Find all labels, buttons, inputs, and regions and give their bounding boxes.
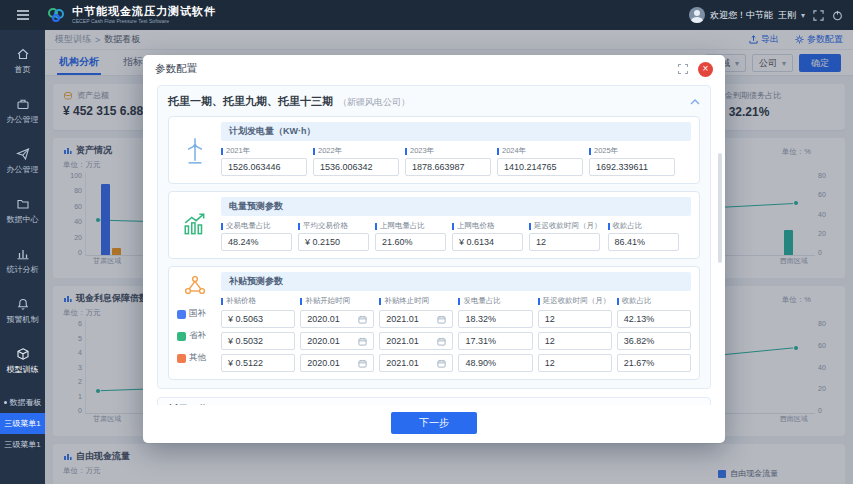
briefcase-icon xyxy=(16,97,30,111)
sidebar-item-office-2[interactable]: 办公管理 xyxy=(0,136,45,186)
date-field[interactable]: 2020.01 xyxy=(300,310,374,328)
field-label: 2024年 xyxy=(497,146,583,156)
date-field[interactable]: 2021.01 xyxy=(379,354,453,372)
field-value[interactable]: 12 xyxy=(538,354,612,372)
field-label: 平均交易价格 xyxy=(298,221,369,231)
sidebar-item-home[interactable]: 首页 xyxy=(0,36,45,86)
sub-panel-title: 计划发电量（KW·h） xyxy=(221,122,691,141)
folder-icon xyxy=(16,197,30,211)
sidebar-subitem-menu1[interactable]: 三级菜单1 xyxy=(0,434,45,455)
sidebar-item-alert[interactable]: 预警机制 xyxy=(0,286,45,336)
power-icon[interactable] xyxy=(832,10,843,21)
column-header: 补贴开始时间 xyxy=(300,296,374,306)
field-value[interactable]: 12 xyxy=(529,233,600,251)
field-value[interactable]: ¥ 0.2150 xyxy=(298,233,369,251)
fullscreen-icon[interactable] xyxy=(813,10,824,21)
power-forecast-panel: 电量预测参数 交易电量占比 48.24% 平均交易价格 ¥ 0.2150 上网电… xyxy=(168,191,700,259)
date-field[interactable]: 2021.01 xyxy=(379,310,453,328)
user-menu[interactable]: 欢迎您！中节能 王刚 ▾ xyxy=(689,7,805,23)
app-header: 中节能现金流压力测试软件 CECEP Cash Flow Pressure Te… xyxy=(0,0,853,30)
modal-scrollbar[interactable] xyxy=(718,153,722,263)
column-header: 补贴终止时间 xyxy=(379,296,453,306)
field-value[interactable]: 48.24% xyxy=(221,233,292,251)
other-subsidy-icon xyxy=(177,354,186,363)
field-value[interactable]: 1536.006342 xyxy=(313,158,399,176)
app-logo-icon xyxy=(47,6,65,24)
next-step-button[interactable]: 下一步 xyxy=(391,412,477,434)
field-value[interactable]: 36.82% xyxy=(617,332,691,350)
table-row: ¥ 0.5122 2020.01 2021.01 48.90% 12 21.67… xyxy=(221,354,691,372)
field-value[interactable]: 1526.063446 xyxy=(221,158,307,176)
sidebar: 首页 办公管理 办公管理 数据中心 统计分析 预警机制 模型训练 数据看板 三级… xyxy=(0,30,45,484)
bar-chart-icon xyxy=(16,247,30,261)
field-label: 收款占比 xyxy=(608,221,679,231)
app-title: 中节能现金流压力测试软件 xyxy=(72,5,216,18)
calendar-icon xyxy=(358,337,367,346)
chevron-up-icon[interactable] xyxy=(690,99,700,105)
section-tuoli-2[interactable]: 托里二期 （新疆风电公司） xyxy=(157,397,711,405)
section-subtitle: （新疆风电公司） xyxy=(215,404,287,406)
field-value[interactable]: ¥ 0.5063 xyxy=(221,310,295,328)
sidebar-subitem-label: 三级菜单1 xyxy=(4,439,40,450)
app-subtitle: CECEP Cash Flow Pressure Test Software xyxy=(72,18,194,24)
column-header: 发电量占比 xyxy=(458,296,532,306)
field-value[interactable]: 12 xyxy=(538,332,612,350)
menu-toggle-icon[interactable] xyxy=(0,0,45,30)
sidebar-item-model-training[interactable]: 模型训练 xyxy=(0,336,45,386)
field-value[interactable]: ¥ 0.5032 xyxy=(221,332,295,350)
sidebar-subitem-menu1-active[interactable]: 三级菜单1 xyxy=(0,413,45,434)
field-value[interactable]: 12 xyxy=(538,310,612,328)
sidebar-item-label: 办公管理 xyxy=(7,114,39,125)
national-subsidy-icon xyxy=(177,310,186,319)
table-row: ¥ 0.5063 2020.01 2021.01 18.32% 12 42.13… xyxy=(221,310,691,328)
field-label: 2022年 xyxy=(313,146,399,156)
sidebar-subitem-dashboard[interactable]: 数据看板 xyxy=(0,392,45,413)
column-header: 延迟收款时间（月） xyxy=(538,296,612,306)
section-title: 托里二期 xyxy=(168,403,210,405)
share-network-icon xyxy=(183,273,207,297)
subsidy-row-label-other: 其他 xyxy=(169,347,206,369)
field-value[interactable]: ¥ 0.5122 xyxy=(221,354,295,372)
field-value[interactable]: 42.13% xyxy=(617,310,691,328)
field-value[interactable]: 21.60% xyxy=(375,233,446,251)
modal-header: 参数配置 × xyxy=(143,55,725,83)
field-value[interactable]: ¥ 0.6134 xyxy=(452,233,523,251)
welcome-text: 欢迎您！中节能 xyxy=(710,9,773,22)
table-row: ¥ 0.5032 2020.01 2021.01 17.31% 12 36.82… xyxy=(221,332,691,350)
sidebar-item-label: 数据中心 xyxy=(7,214,39,225)
field-value[interactable]: 21.67% xyxy=(617,354,691,372)
section-subtitle: （新疆风电公司） xyxy=(338,96,410,109)
field-label: 延迟收款时间（月） xyxy=(529,221,602,231)
field-value[interactable]: 1410.214765 xyxy=(497,158,583,176)
fullscreen-icon[interactable] xyxy=(677,63,689,75)
subsidy-forecast-panel: 国补 省补 其他 补贴预测参数 补贴价格 补贴开始时间 xyxy=(168,266,700,380)
date-field[interactable]: 2020.01 xyxy=(300,354,374,372)
field-value[interactable]: 48.90% xyxy=(458,354,532,372)
subsidy-row-label-provincial: 省补 xyxy=(169,325,206,347)
sidebar-item-label: 首页 xyxy=(15,64,31,75)
avatar xyxy=(689,7,705,23)
chevron-down-icon: ▾ xyxy=(801,11,805,20)
sidebar-item-office-1[interactable]: 办公管理 xyxy=(0,86,45,136)
bell-icon xyxy=(16,297,30,311)
field-value[interactable]: 17.31% xyxy=(458,332,532,350)
calendar-icon xyxy=(358,315,367,324)
sub-panel-title: 补贴预测参数 xyxy=(221,272,691,291)
field-value[interactable]: 1692.339611 xyxy=(589,158,675,176)
field-value[interactable]: 86.41% xyxy=(608,233,679,251)
sidebar-item-label: 统计分析 xyxy=(7,264,39,275)
subsidy-column-headers: 补贴价格 补贴开始时间 补贴终止时间 发电量占比 延迟收款时间（月） 收款占比 xyxy=(221,296,691,306)
section-header[interactable]: 托里一期、托里九期、托里十三期 （新疆风电公司） xyxy=(168,94,700,109)
close-button[interactable]: × xyxy=(698,62,713,77)
calendar-icon xyxy=(437,337,446,346)
date-field[interactable]: 2020.01 xyxy=(300,332,374,350)
sidebar-item-statistics[interactable]: 统计分析 xyxy=(0,236,45,286)
subsidy-row-label-national: 国补 xyxy=(169,303,206,325)
param-config-modal: 参数配置 × 托里一期、托里九期、托里十三期 （新疆风电公司） 计划发电量（KW… xyxy=(143,55,725,443)
date-field[interactable]: 2021.01 xyxy=(379,332,453,350)
field-value[interactable]: 18.32% xyxy=(458,310,532,328)
field-label: 2023年 xyxy=(405,146,491,156)
sidebar-item-data-center[interactable]: 数据中心 xyxy=(0,186,45,236)
field-value[interactable]: 1878.663987 xyxy=(405,158,491,176)
field-label: 2021年 xyxy=(221,146,307,156)
